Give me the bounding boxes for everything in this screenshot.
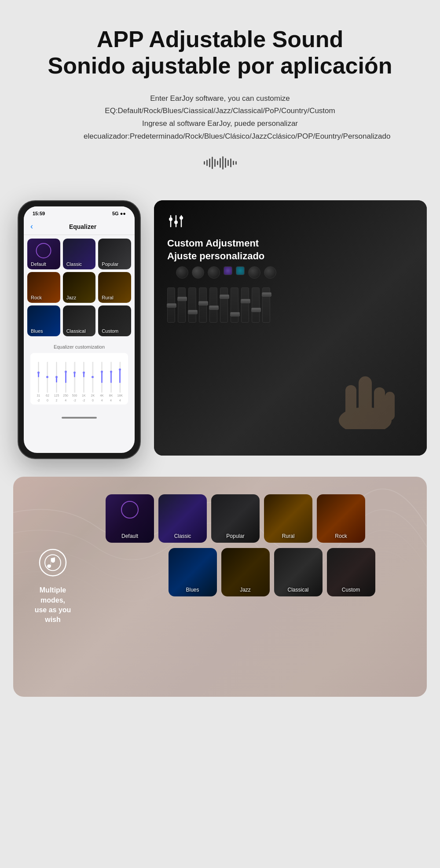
eq-bar-1 [38,362,39,393]
phone-home-indicator [24,411,135,424]
right-panel: Custom Adjustment Ajuste personalizado [154,200,427,456]
eq-val-labels: -2 0 2 4 -2 -2 0 4 4 4 [34,398,125,402]
eq-bar-9 [110,362,112,393]
title-line1: APP Adjustable Sound [97,26,344,52]
mosaic-left: Multiple modes, use as you wish [26,548,79,625]
eq-item-rural[interactable]: Rural [98,272,131,303]
eq-item-classic[interactable]: Classic [63,239,96,269]
tagline-line2: use as you wish [35,606,71,623]
mosaic-item-custom[interactable]: Custom [327,548,375,596]
svg-point-3 [169,217,172,221]
phone-signal: 5G ●● [112,211,126,216]
panel-title-line1: Custom Adjustment [167,237,414,250]
eq-bar-2 [47,362,48,393]
panel-title: Custom Adjustment Ajuste personalizado [167,237,414,262]
mosaic-item-blues[interactable]: Blues [169,548,217,596]
back-icon[interactable]: ‹ [30,222,33,231]
eq-item-jazz[interactable]: Jazz [63,272,96,303]
mosaic-item-classical[interactable]: Classical [274,548,323,596]
phone-time: 15:59 [33,211,45,216]
sound-wave-icon [35,156,405,169]
eq-item-classical[interactable]: Classical [63,305,96,336]
mosaic-tagline: Multiple modes, use as you wish [26,585,79,625]
header-section: APP Adjustable Sound Sonido ajustable po… [0,0,440,200]
eq-bar-6 [83,362,84,393]
mosaic-container: Multiple modes, use as you wish Default … [13,477,427,697]
eq-bar-3 [56,362,57,393]
mosaic-right: Default Classic Popular Rural [106,494,414,596]
eq-item-default[interactable]: Default [27,239,60,269]
description-es: Ingrese al software EarJoy, puede person… [84,119,390,140]
mosaic-item-classic[interactable]: Classic [158,494,207,543]
svg-point-4 [174,221,178,224]
phone-status-bar: 15:59 5G ●● [24,206,135,218]
phone-screen: 15:59 5G ●● ‹ Equalizer Defa [24,206,135,453]
eq-bar-5 [74,362,75,393]
phone-app-header: ‹ Equalizer [24,218,135,235]
eq-chart-title: Equalizer customization [30,344,128,349]
eq-item-rock[interactable]: Rock [27,272,60,303]
mosaic-item-rural[interactable]: Rural [264,494,312,543]
eq-item-blues[interactable]: Blues [27,305,60,336]
bottom-section: Multiple modes, use as you wish Default … [0,477,440,723]
eq-bars [34,357,125,393]
eq-bar-7 [92,362,93,393]
eq-bar-4 [65,362,66,393]
svg-point-5 [180,216,183,220]
eq-chart: 31 62 125 250 500 1K 2K 4K 8K 18K [30,353,128,405]
main-title: APP Adjustable Sound Sonido ajustable po… [35,26,405,79]
eq-item-popular[interactable]: Popular [98,239,131,269]
description-en: Enter EarJoy software, you can customize… [105,94,335,115]
eq-bar-10 [119,362,121,393]
tagline-line1: Multiple modes, [40,586,66,603]
eq-bar-8 [101,362,103,393]
mosaic-item-rock[interactable]: Rock [317,494,365,543]
eq-mode-grid: Default Classic Popular [24,235,135,340]
panel-overlay: Custom Adjustment Ajuste personalizado [167,213,414,262]
phone-app-title: Equalizer [37,223,128,230]
eq-item-custom[interactable]: Custom [98,305,131,336]
mosaic-item-default[interactable]: Default [106,494,154,543]
eq-chart-section: Equalizer customization [24,340,135,411]
mixer-icon [167,213,414,231]
phone-mockup: 15:59 5G ●● ‹ Equalizer Defa [18,200,141,459]
mixer-background: Custom Adjustment Ajuste personalizado [154,200,427,456]
mosaic-item-jazz[interactable]: Jazz [221,548,270,596]
mosaic-row-2: Blues Jazz Classical Custom [106,548,414,596]
mosaic-row-1: Default Classic Popular Rural [106,494,414,543]
svg-point-11 [40,549,66,576]
mosaic-item-popular[interactable]: Popular [211,494,260,543]
title-line2: Sonido ajustable por aplicación [48,53,392,78]
middle-section: 15:59 5G ●● ‹ Equalizer Defa [0,200,440,477]
music-logo [39,548,67,579]
eq-freq-labels: 31 62 125 250 500 1K 2K 4K 8K 18K [34,393,125,398]
svg-point-12 [45,555,61,570]
phone-container: 15:59 5G ●● ‹ Equalizer Defa [13,200,145,459]
panel-title-line2: Ajuste personalizado [167,250,414,263]
subtitle-text: Enter EarJoy software, you can customize… [84,92,356,143]
